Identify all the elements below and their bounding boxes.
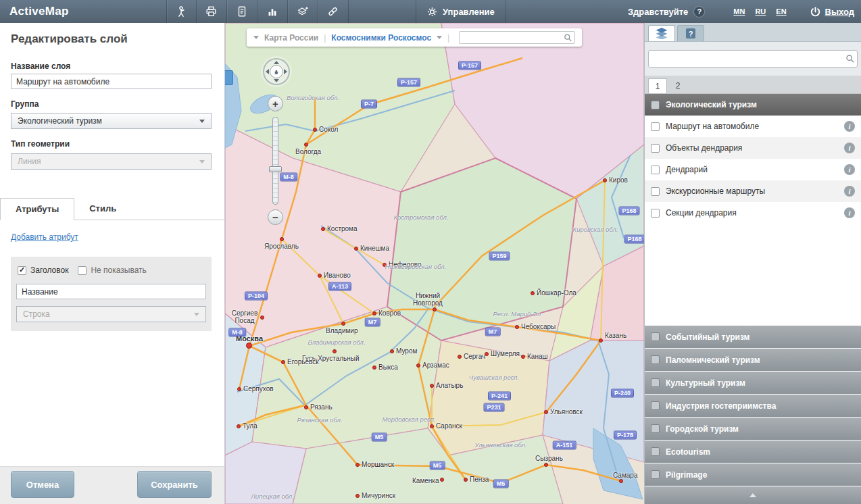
base-map-selector[interactable]: Карта России <box>264 33 318 43</box>
layer-row[interactable]: Дендрарийi <box>645 159 861 180</box>
group-checkbox[interactable] <box>651 470 660 479</box>
layer-checkbox[interactable] <box>651 166 660 174</box>
group-checkbox[interactable] <box>651 378 660 387</box>
city-label: Моршанск <box>362 461 394 468</box>
tab-attributes[interactable]: Атрибуты <box>0 198 74 220</box>
tab-style[interactable]: Стиль <box>74 197 131 220</box>
top-header: ActiveMap Управление <box>0 0 861 23</box>
city-dot <box>464 478 468 482</box>
layer-row[interactable]: Экскурсионные маршрутыi <box>645 180 861 202</box>
report-page-icon <box>236 5 248 18</box>
cancel-button[interactable]: Отмена <box>11 471 74 498</box>
layers-icon <box>655 28 668 39</box>
road-badge: М-8 <box>280 173 297 182</box>
group-header-collapsed[interactable]: Событийный туризм <box>645 326 861 348</box>
group-checkbox[interactable] <box>651 401 660 410</box>
zoom-in-button[interactable]: + <box>268 96 283 111</box>
page-tab-1[interactable]: 1 <box>648 78 667 93</box>
printer-icon <box>205 5 218 18</box>
layer-name: Маршрут на автомобиле <box>666 122 838 131</box>
layer-info-icon[interactable]: i <box>844 143 855 153</box>
measure-tool-button[interactable] <box>166 0 197 23</box>
reports-button[interactable] <box>227 0 257 23</box>
layer-checkbox[interactable] <box>651 122 660 131</box>
add-attribute-link[interactable]: Добавить атрибут <box>11 232 78 242</box>
attribute-options-row: Заголовок Не показывать <box>18 266 152 275</box>
layers-search-input[interactable] <box>648 50 858 68</box>
help-button[interactable]: ? <box>693 6 705 18</box>
city-dot <box>321 227 325 231</box>
group-header-collapsed[interactable]: Культурный туризм <box>645 372 861 394</box>
group-header-expanded[interactable]: Экологический туризм <box>645 94 861 116</box>
group-checkbox[interactable] <box>651 447 660 456</box>
tab-legend[interactable]: ? <box>677 25 704 41</box>
layer-row[interactable]: Секции дендрарияi <box>645 202 861 224</box>
chevron-down-icon[interactable] <box>437 36 442 39</box>
page-tab-2[interactable]: 2 <box>668 78 687 93</box>
pan-down-arrow[interactable] <box>274 79 279 82</box>
group-header-collapsed[interactable]: Городской туризм <box>645 418 861 440</box>
tab-layers[interactable] <box>648 25 675 41</box>
group-checkbox[interactable] <box>651 101 660 109</box>
layer-checkbox[interactable] <box>651 187 660 196</box>
city-dot <box>458 355 462 359</box>
charts-button[interactable] <box>257 0 288 23</box>
lang-ru[interactable]: RU <box>755 7 766 16</box>
city-dot <box>313 128 317 132</box>
bar-chart-icon <box>266 5 278 18</box>
pan-control[interactable] <box>263 58 290 85</box>
layer-row[interactable]: Объекты дендрарияi <box>645 137 861 159</box>
print-button[interactable] <box>197 0 227 23</box>
collapse-panel-button[interactable] <box>645 486 861 504</box>
city-dot <box>521 355 525 359</box>
share-link-button[interactable] <box>318 0 349 23</box>
group-label: Городской туризм <box>666 424 739 434</box>
layer-checkbox[interactable] <box>651 209 660 218</box>
layer-info-icon[interactable]: i <box>844 164 855 175</box>
group-checkbox[interactable] <box>651 424 660 433</box>
add-layer-button[interactable] <box>288 0 318 23</box>
group-header-collapsed[interactable]: Паломнический туризм <box>645 349 861 371</box>
zoom-slider-handle[interactable] <box>269 166 282 172</box>
road-badge: Р-240 <box>611 389 634 398</box>
layer-info-icon[interactable]: i <box>844 121 855 132</box>
group-checkbox[interactable] <box>651 355 660 364</box>
management-menu[interactable]: Управление <box>416 0 506 23</box>
layer-row[interactable]: Маршрут на автомобилеi <box>645 116 861 137</box>
group-header-collapsed[interactable]: Ecotourism <box>645 440 861 463</box>
attribute-name-input[interactable] <box>16 284 206 299</box>
hide-checkbox[interactable] <box>78 266 87 275</box>
city-dot <box>544 410 548 414</box>
city-dot <box>354 247 358 251</box>
zoom-out-button[interactable]: − <box>268 209 283 225</box>
logout-link[interactable]: Выход <box>825 7 854 17</box>
overlay-selector[interactable]: Космоснимки Роскосмос <box>331 33 431 43</box>
pan-left-arrow[interactable] <box>266 69 269 74</box>
zoom-slider[interactable] <box>272 117 278 205</box>
layer-name-input[interactable] <box>11 74 212 89</box>
layer-info-icon[interactable]: i <box>844 186 855 197</box>
pan-up-arrow[interactable] <box>274 61 279 64</box>
group-header-collapsed[interactable]: Pilgrimage <box>645 463 861 486</box>
road-badge: Р-157 <box>397 78 420 87</box>
chevron-down-icon[interactable] <box>253 36 259 39</box>
lang-en[interactable]: EN <box>776 7 786 16</box>
city-dot <box>355 463 360 467</box>
save-button[interactable]: Сохранить <box>137 471 212 498</box>
title-checkbox[interactable] <box>18 266 26 275</box>
layer-info-icon[interactable]: i <box>844 207 855 218</box>
panel-collapse-handle[interactable] <box>225 70 233 85</box>
search-icon <box>564 33 572 42</box>
city-label: Самара <box>613 472 637 479</box>
group-checkbox[interactable] <box>651 332 660 341</box>
map-viewport[interactable]: СоколВологдаКировКостромаЯрославльКинешм… <box>225 23 644 504</box>
map-search-input[interactable] <box>459 31 575 44</box>
lang-mn[interactable]: MN <box>733 7 745 16</box>
group-select[interactable]: Экологический туризм <box>11 113 212 129</box>
pan-right-arrow[interactable] <box>284 69 287 74</box>
city-dot <box>430 384 434 388</box>
city-dot <box>304 405 308 409</box>
layer-checkbox[interactable] <box>651 144 660 153</box>
pan-hand-icon[interactable] <box>270 65 283 78</box>
group-header-collapsed[interactable]: Индустрия гостеприимства <box>645 395 861 417</box>
